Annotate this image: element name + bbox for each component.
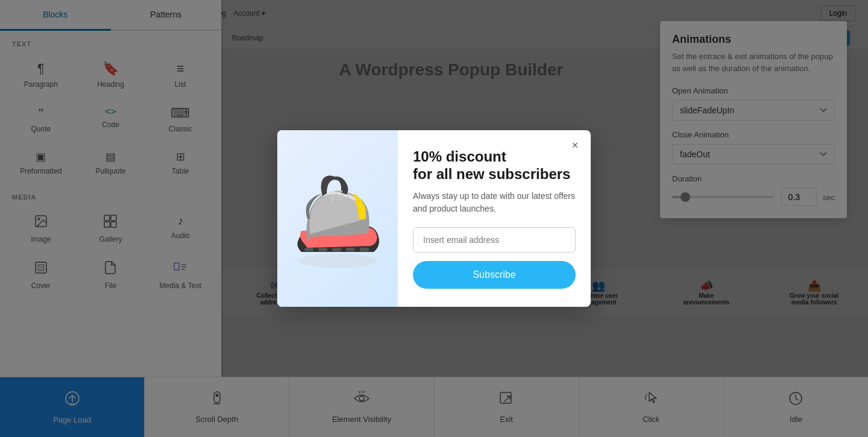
svg-rect-17: [304, 248, 313, 251]
svg-rect-21: [360, 248, 369, 251]
modal-image-panel: [277, 130, 398, 307]
modal: 10% discount for all new subscribers Alw…: [277, 130, 591, 307]
modal-content: 10% discount for all new subscribers Alw…: [398, 130, 591, 307]
svg-point-12: [298, 254, 377, 268]
svg-rect-19: [332, 248, 341, 251]
modal-description: Always stay up to date with our latest o…: [413, 190, 576, 215]
modal-close-button[interactable]: ×: [567, 137, 583, 154]
modal-overlay: 10% discount for all new subscribers Alw…: [0, 0, 868, 437]
svg-rect-18: [318, 248, 327, 251]
shoe-image: [289, 159, 386, 279]
email-input[interactable]: [413, 227, 576, 253]
svg-rect-20: [346, 248, 355, 251]
modal-title: 10% discount for all new subscribers: [413, 148, 576, 183]
subscribe-button[interactable]: Subscribe: [413, 261, 576, 289]
